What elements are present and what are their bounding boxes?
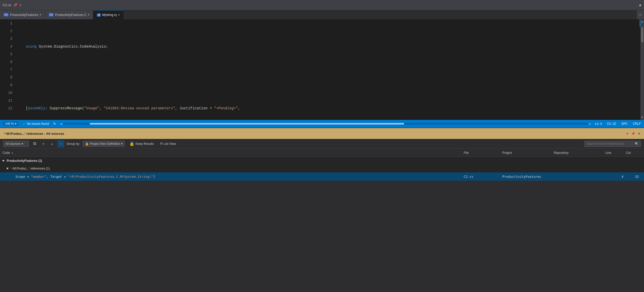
scroll-up-arrow[interactable]: ▲ <box>641 20 643 24</box>
group-row-productivity-features[interactable]: ProductivityFeatures (1) <box>0 157 644 165</box>
group-by-value: Project then Definition <box>90 142 120 146</box>
tab-dropdown-2[interactable]: ▾ <box>88 13 89 16</box>
references-close-icon[interactable]: ✕ <box>638 131 640 136</box>
editor-status-bar: 140 % ▾ ✔ No issues found ✎ ◂ ▸ Ln: 4 Ch… <box>0 120 644 128</box>
references-pin-icon[interactable]: 📌 <box>631 131 635 136</box>
ref-code-cell: Scope = "member", Target = "~M:Productiv… <box>15 175 464 179</box>
clear-icon: ✕ <box>60 141 62 146</box>
tab-productivity-features-c[interactable]: C# ProductivityFeatures.C ▾ <box>45 10 93 19</box>
references-title: '~M:Produc...' references - All sources <box>4 132 64 136</box>
references-table-body[interactable]: ProductivityFeatures (1) '~M:Produc...' … <box>0 157 644 181</box>
col-col-label: Col <box>626 151 631 155</box>
col-header-code[interactable]: Code ▲ <box>3 151 464 155</box>
code-line-1: using System.Diagnostics.CodeAnalysis; <box>18 43 640 50</box>
char-info: Ch: 32 <box>607 122 616 126</box>
tab-label-2: ProductivityFeatures.C <box>55 13 86 17</box>
copy-button[interactable]: ⧉ <box>31 141 38 147</box>
tab-label-3: M(string x) <box>102 13 117 17</box>
title-bar-right: ▲ <box>639 3 641 7</box>
encoding-info: SPC <box>621 122 628 126</box>
lock-icon: 🔒 <box>85 142 89 146</box>
search-input[interactable] <box>587 142 633 146</box>
col-repository-label: Repository <box>554 151 569 155</box>
group-by-dropdown[interactable]: 🔒 Project then Definition ▾ <box>83 141 125 147</box>
title-filename: C2.cs <box>3 3 11 7</box>
references-table-header: Code ▲ File Project Repository Line Col <box>0 149 644 157</box>
sort-arrow-icon: ▲ <box>11 151 14 154</box>
vertical-scrollbar[interactable]: ▲ ▼ <box>640 20 644 120</box>
keep-results-icon: 🔒 <box>129 141 134 146</box>
search-icon[interactable]: 🔍 <box>635 142 639 146</box>
title-close-icon[interactable]: ✕ <box>19 3 21 7</box>
references-collapse-icon[interactable]: ▾ <box>626 131 628 136</box>
sources-dropdown[interactable]: All sources ▾ <box>3 141 29 147</box>
status-check: ✔ No issues found <box>23 122 49 126</box>
col-code-label: Code <box>3 151 10 155</box>
copy-icon: ⧉ <box>33 141 36 146</box>
tab-expand-button[interactable]: ⇔ <box>637 10 644 19</box>
col-line-label: Line <box>605 151 611 155</box>
editor-container: 1 2 3 4 5 6 7 8 9 10 11 12 using System.… <box>0 20 644 120</box>
sub-group-row-references[interactable]: '~M:Produc...' references (1) <box>0 165 644 172</box>
next-reference-button[interactable]: ⇓ <box>49 141 55 147</box>
zoom-control[interactable]: 140 % ▾ <box>3 121 19 126</box>
col-header-file: File <box>464 151 502 155</box>
group-by-arrow-icon: ▾ <box>121 142 123 146</box>
ref-col-cell: 32 <box>626 175 641 179</box>
group-by-label: Group by: <box>66 142 80 146</box>
zoom-value: 140 % <box>5 122 14 126</box>
references-panel: '~M:Produc...' references - All sources … <box>0 128 644 181</box>
edit-pencil-icon[interactable]: ✎ <box>53 122 56 126</box>
clear-filter-button[interactable]: ✕ <box>58 141 64 147</box>
reference-result-row[interactable]: Scope = "member", Target = "~M:Productiv… <box>0 172 644 181</box>
tab-m-string-x[interactable]: M M(string x) ▾ <box>93 10 124 19</box>
tab-productivity-features[interactable]: C# ProductivityFeatures ▾ <box>0 10 45 19</box>
editor-position-indicator <box>640 20 640 27</box>
title-pin-icon[interactable]: 📌 <box>13 3 17 7</box>
references-toolbar: All sources ▾ ⧉ ⇑ ⇓ ✕ Group by: 🔒 Projec… <box>0 139 644 149</box>
prev-reference-button[interactable]: ⇑ <box>40 141 47 147</box>
expand-icon-sub-group <box>6 168 9 170</box>
keep-results-button[interactable]: 🔒 Keep Results <box>128 141 156 147</box>
tab-dropdown-3[interactable]: ▾ <box>118 13 120 17</box>
horizontal-scroll-area[interactable]: ◂ ▸ <box>60 122 591 126</box>
scroll-right-arrow[interactable]: ▸ <box>589 122 591 126</box>
ref-line-cell: 4 <box>605 175 626 179</box>
list-view-icon: ≡ <box>160 141 163 146</box>
search-box[interactable]: 🔍 <box>584 141 641 147</box>
sources-label: All sources <box>5 142 21 146</box>
scrollbar-thumb[interactable] <box>641 27 643 42</box>
scroll-down-arrow[interactable]: ▼ <box>641 115 643 120</box>
expand-icon-group <box>2 160 5 162</box>
col-header-line: Line <box>605 151 626 155</box>
sub-group-name: '~M:Produc...' references (1) <box>11 167 50 170</box>
horizontal-scroll-thumb[interactable] <box>90 123 404 125</box>
sources-arrow-icon: ▾ <box>22 142 23 146</box>
references-header: '~M:Produc...' references - All sources … <box>0 128 644 139</box>
references-header-controls: ▾ 📌 ✕ <box>626 131 640 136</box>
line-info: Ln: 4 <box>595 122 602 126</box>
keep-results-label: Keep Results <box>135 142 154 146</box>
zoom-arrow-icon: ▾ <box>15 122 16 126</box>
col-project-label: Project <box>502 151 512 155</box>
next-icon: ⇓ <box>51 141 54 146</box>
col-header-project: Project <box>502 151 554 155</box>
tab-icon-2: C# <box>49 13 54 16</box>
title-collapse-icon[interactable]: ▲ <box>639 3 641 7</box>
col-file-label: File <box>464 151 469 155</box>
tab-icon-1: C# <box>4 13 9 16</box>
list-view-button[interactable]: ≡ List View <box>158 141 177 147</box>
line-ending-info: CRLF <box>633 122 641 126</box>
code-area[interactable]: using System.Diagnostics.CodeAnalysis; [… <box>15 20 640 120</box>
ref-file-cell: C2.cs <box>464 175 502 179</box>
horizontal-scroll-track[interactable] <box>63 123 588 125</box>
code-line-2 <box>18 74 640 81</box>
prev-icon: ⇑ <box>42 141 45 146</box>
scroll-left-arrow[interactable]: ◂ <box>60 122 62 126</box>
col-header-repository: Repository <box>554 151 605 155</box>
ref-project-cell: ProductivityFeatures <box>502 175 554 179</box>
check-icon: ✔ <box>23 122 26 126</box>
tab-dropdown-1[interactable]: ▾ <box>40 13 41 16</box>
list-view-label: List View <box>164 142 176 146</box>
status-info-right: Ln: 4 Ch: 32 SPC CRLF <box>595 122 641 126</box>
